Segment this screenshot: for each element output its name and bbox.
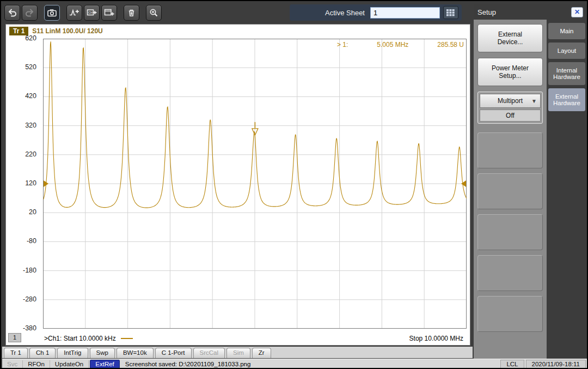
- trace-1-format-label[interactable]: S11 LinM 100.0U/ 120U: [32, 27, 102, 35]
- y-axis-label: 520: [25, 63, 36, 71]
- undo-button[interactable]: [4, 5, 20, 21]
- trace-legend-line: [121, 338, 133, 339]
- setup-panel-header: Setup ✕: [474, 4, 587, 20]
- start-frequency-text: >Ch1: Start 10.0000 kHz: [44, 335, 116, 342]
- status-c-1-port[interactable]: C 1-Port: [155, 348, 192, 358]
- add-trace-button[interactable]: [66, 5, 82, 21]
- redo-button[interactable]: [22, 5, 38, 21]
- status-lcl[interactable]: LCL: [500, 360, 524, 369]
- status-2020-11-09-18-11[interactable]: 2020/11/09-18:11: [526, 360, 586, 369]
- add-channel-icon: CH: [87, 8, 97, 18]
- setup-tab-strip: MainLayoutInternal HardwareExternal Hard…: [547, 20, 587, 359]
- sheet-grid-button[interactable]: [443, 6, 458, 19]
- y-axis-label: -180: [23, 267, 36, 274]
- marker-number: > 1:: [337, 41, 348, 49]
- status-message: Screenshot saved: D:\20201109_181033.png: [121, 361, 499, 367]
- status-sim[interactable]: Sim: [226, 348, 250, 358]
- multiport-off-button[interactable]: Off: [480, 110, 541, 122]
- setup-panel: Setup ✕ External Device...Power Meter Se…: [474, 4, 587, 359]
- add-channel-button[interactable]: CH: [84, 5, 100, 21]
- softkey-column: External Device...Power Meter Setup... M…: [474, 20, 547, 359]
- empty-softkey-slot: [477, 214, 543, 250]
- y-axis-label: 220: [25, 150, 36, 158]
- active-sheet-panel: Active Sheet: [290, 4, 462, 21]
- status-extref[interactable]: ExtRef: [90, 360, 120, 368]
- empty-softkey-slot: [477, 173, 543, 209]
- y-axis-label: -380: [23, 324, 36, 332]
- y-axis-label: 420: [25, 92, 36, 100]
- tab-main[interactable]: Main: [548, 23, 585, 39]
- marker-readout: > 1: 5.005 MHz 285.58 U: [337, 41, 464, 49]
- screenshot-button[interactable]: [44, 5, 60, 21]
- multiport-group: Multiport ▼ Off: [477, 92, 543, 124]
- empty-softkey-slot: [477, 255, 543, 291]
- y-axis-label: -80: [27, 237, 36, 245]
- redo-icon: [24, 8, 35, 18]
- y-axis-label: 20: [29, 208, 36, 216]
- y-axis-label: -280: [23, 295, 36, 303]
- s11-trace-plot: [43, 39, 467, 329]
- window-number-badge[interactable]: 1: [8, 333, 21, 342]
- grid-icon: [446, 9, 455, 16]
- empty-softkey-slot: [477, 296, 543, 332]
- tab-layout[interactable]: Layout: [548, 43, 585, 59]
- status-swp[interactable]: Swp: [90, 348, 115, 358]
- status-ch-1[interactable]: Ch 1: [29, 348, 56, 358]
- close-button[interactable]: ✕: [571, 7, 583, 17]
- y-axis-label: 320: [25, 122, 36, 129]
- status-svc[interactable]: Svc: [2, 360, 23, 368]
- add-window-button[interactable]: [101, 5, 117, 21]
- status-updateon[interactable]: UpdateOn: [50, 360, 89, 368]
- chevron-down-icon: ▼: [531, 98, 537, 104]
- status-zr[interactable]: Zr: [252, 348, 271, 358]
- y-axis-labels: 62052042032022012020-80-180-280-380: [6, 25, 41, 345]
- power-meter-setup-button[interactable]: Power Meter Setup...: [477, 58, 543, 86]
- close-icon: ✕: [574, 8, 580, 16]
- tab-external-hardware[interactable]: External Hardware: [548, 88, 585, 111]
- svg-text:CH: CH: [88, 11, 93, 14]
- active-sheet-input[interactable]: [370, 7, 440, 19]
- trash-icon: [126, 8, 137, 18]
- x-axis-start-label: >Ch1: Start 10.0000 kHz: [44, 335, 133, 342]
- marker-frequency: 5.005 MHz: [377, 41, 408, 49]
- panel-title: Setup: [477, 8, 496, 16]
- zoom-button[interactable]: [146, 5, 162, 21]
- tab-internal-hardware[interactable]: Internal Hardware: [548, 62, 585, 85]
- external-device-button[interactable]: External Device...: [477, 24, 543, 52]
- camera-icon: [47, 8, 57, 18]
- vna-application-window: CH Active Sheet Tr 1 S11 LinM 100.0U/ 12…: [0, 0, 588, 369]
- y-axis-label: 120: [25, 179, 36, 187]
- y-axis-label: 620: [25, 34, 36, 42]
- undo-icon: [7, 8, 17, 18]
- status-bw-10k[interactable]: BW=10k: [117, 348, 154, 358]
- status-inttrig[interactable]: IntTrig: [57, 348, 88, 358]
- add-window-icon: [104, 8, 114, 18]
- status-srccal[interactable]: SrcCal: [193, 348, 225, 358]
- delete-button[interactable]: [124, 5, 139, 21]
- empty-softkey-slot: [477, 132, 543, 168]
- status-tr-1[interactable]: Tr 1: [4, 348, 28, 358]
- multiport-dropdown[interactable]: Multiport ▼: [480, 94, 541, 108]
- chart-panel: Tr 1 S11 LinM 100.0U/ 120U 6205204203202…: [5, 24, 470, 346]
- plot-area[interactable]: > 1: 5.005 MHz 285.58 U: [43, 39, 467, 329]
- multiport-label: Multiport: [498, 97, 523, 105]
- marker-value: 285.58 U: [437, 41, 464, 49]
- status-rfon[interactable]: RFOn: [23, 360, 50, 368]
- zoom-icon: [149, 8, 159, 18]
- x-axis-stop-label: Stop 10.0000 MHz: [409, 335, 463, 342]
- active-sheet-label: Active Sheet: [325, 9, 365, 17]
- ref-level-arrow-right: [461, 180, 466, 187]
- add-trace-icon: [69, 8, 79, 18]
- status-bar-channel: Tr 1Ch 1IntTrigSwpBW=10kC 1-PortSrcCalSi…: [2, 347, 473, 358]
- toolbar: CH: [4, 4, 163, 21]
- status-bar-system: SvcRFOnUpdateOnExtRef Screenshot saved: …: [2, 359, 588, 369]
